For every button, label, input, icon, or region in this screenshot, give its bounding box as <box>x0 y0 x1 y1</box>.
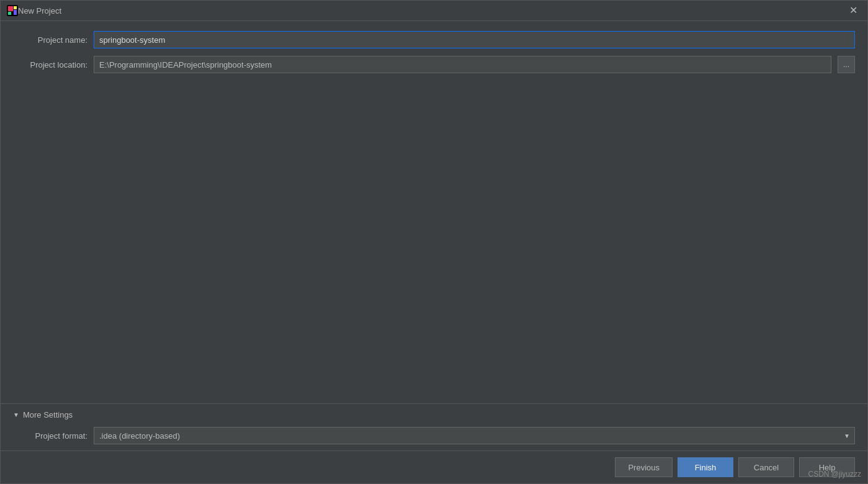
project-name-row: Project name: <box>13 31 855 48</box>
app-icon <box>7 5 18 16</box>
project-format-container: .idea (directory-based) .ipr (file-based… <box>94 427 855 444</box>
project-name-label: Project name: <box>13 35 87 45</box>
new-project-dialog: New Project ✕ Project name: Project loca… <box>0 0 868 484</box>
project-name-input[interactable] <box>94 31 855 48</box>
project-location-input[interactable] <box>94 56 831 73</box>
svg-rect-1 <box>8 6 13 11</box>
cancel-button[interactable]: Cancel <box>738 457 794 477</box>
project-format-label: Project format: <box>13 431 87 441</box>
project-location-label: Project location: <box>13 60 87 69</box>
more-settings-section: ▼ More Settings Project format: .idea (d… <box>1 403 867 450</box>
project-format-select[interactable]: .idea (directory-based) .ipr (file-based… <box>94 427 855 444</box>
project-location-row: Project location: ... <box>13 56 855 73</box>
dialog-content: Project name: Project location: ... <box>1 21 867 403</box>
svg-rect-3 <box>14 6 17 9</box>
previous-button[interactable]: Previous <box>615 457 673 477</box>
help-button[interactable]: Help <box>799 457 855 477</box>
more-settings-label: More Settings <box>23 410 73 419</box>
content-spacer <box>13 81 855 393</box>
close-button[interactable]: ✕ <box>846 4 861 17</box>
svg-rect-4 <box>14 10 17 15</box>
dialog-footer: Previous Finish Cancel Help <box>1 450 867 483</box>
collapse-arrow-icon: ▼ <box>13 411 19 418</box>
dialog-title: New Project <box>18 6 846 16</box>
project-format-row: Project format: .idea (directory-based) … <box>13 427 855 444</box>
svg-rect-2 <box>8 12 11 15</box>
title-bar: New Project ✕ <box>1 1 867 21</box>
finish-button[interactable]: Finish <box>678 457 733 477</box>
browse-button[interactable]: ... <box>838 56 855 73</box>
more-settings-toggle[interactable]: ▼ More Settings <box>13 410 855 419</box>
